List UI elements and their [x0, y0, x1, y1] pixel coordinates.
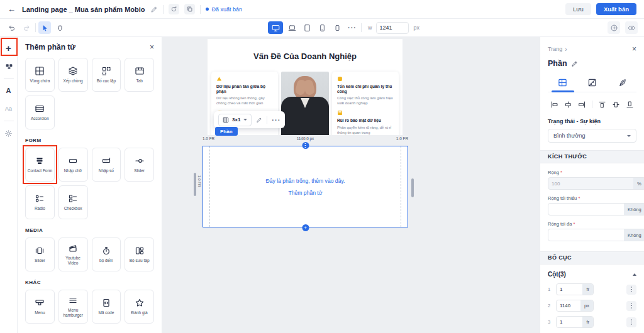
column-menu-button[interactable]	[626, 317, 636, 327]
canvas[interactable]: Vấn Đề Của Doanh Nghiệp Dữ liệu phân tán…	[162, 36, 540, 333]
publish-button[interactable]: Xuất bản	[596, 3, 636, 15]
redo-button[interactable]	[20, 21, 33, 34]
element-card-xep-chong[interactable]: Xếp chồng	[58, 58, 88, 92]
align-top-icon[interactable]	[598, 101, 606, 109]
repeat-icon	[101, 66, 111, 76]
element-card-ma-code[interactable]: Mã code	[92, 290, 121, 324]
close-icon[interactable]: ×	[632, 45, 636, 53]
device-tablet-button[interactable]	[301, 21, 313, 34]
column-size-input[interactable]	[557, 300, 580, 311]
layout-select[interactable]: 3x1	[218, 114, 252, 126]
zoom-button[interactable]	[608, 21, 620, 34]
device-phone-small-button[interactable]	[331, 21, 343, 34]
element-card-checkbox[interactable]: Checkbox	[58, 185, 88, 219]
row-resize-handle-right[interactable]	[411, 178, 414, 197]
device-laptop-button[interactable]	[286, 21, 298, 34]
card-title: Rủi ro bảo mật dữ liệu	[337, 118, 394, 123]
element-card-menu-hamburger[interactable]: Menu hamburger	[58, 290, 88, 324]
column-menu-button[interactable]	[626, 285, 636, 295]
element-card-tab[interactable]: Tab	[125, 58, 154, 92]
device-desktop-button[interactable]	[268, 21, 283, 34]
element-card-accordion[interactable]: Accordion	[25, 96, 55, 129]
canvas-width-input[interactable]	[376, 22, 409, 34]
collapse-icon[interactable]	[633, 273, 636, 276]
section-badge[interactable]: Phần	[215, 127, 238, 136]
breadcrumb[interactable]: Trang	[548, 46, 562, 52]
align-bottom-icon[interactable]	[626, 101, 634, 109]
element-card-bo-cuc-lap[interactable]: Bố cục lặp	[92, 58, 121, 92]
element-card-label: Menu hamburger	[59, 308, 87, 318]
Rộng tối đa-input[interactable]	[548, 229, 624, 241]
column-unit[interactable]: fr	[582, 317, 593, 327]
element-card-nhap-chu[interactable]: Nhập chữ	[58, 148, 88, 182]
column-unit[interactable]: px	[580, 300, 593, 311]
empty-section-selected[interactable]: Đây là phần trống, thêm vào đây. Thêm ph…	[203, 146, 408, 227]
tab-effects[interactable]	[607, 73, 636, 92]
element-card-label: Youtube Video	[59, 256, 87, 266]
align-center-horizontal-icon[interactable]	[564, 101, 572, 109]
field-label: Rộng *	[548, 170, 644, 175]
column-unit[interactable]: fr	[582, 284, 593, 295]
column-row: 1fr	[548, 283, 636, 295]
unit-suffix[interactable]: Không	[624, 229, 644, 241]
element-card-danh-gia[interactable]: Đánh giá	[125, 290, 154, 324]
refresh-button[interactable]	[169, 4, 179, 14]
element-card-label: Accordion	[30, 116, 50, 121]
device-phone-button[interactable]	[316, 21, 328, 34]
close-icon[interactable]: ×	[150, 43, 154, 52]
effects-tab-icon	[618, 78, 626, 87]
element-card-slider-media[interactable]: Slider	[25, 237, 55, 271]
tab-design[interactable]	[577, 73, 607, 92]
element-card-vung-chua[interactable]: Vùng chứa	[25, 58, 55, 92]
element-card-bo-suu-tap[interactable]: Bộ sưu tập	[125, 237, 154, 271]
pan-tool-button[interactable]	[53, 21, 66, 34]
column-size-input[interactable]	[557, 284, 582, 295]
properties-panel: Trang › × Phần Trạng t	[540, 36, 644, 333]
radio-icon	[35, 194, 45, 204]
element-card-contact-form[interactable]: Contact Form	[25, 148, 55, 182]
columns-icon	[223, 117, 229, 123]
add-element-rail-button[interactable]: +	[3, 41, 15, 54]
components-rail-button[interactable]	[3, 60, 15, 72]
add-element-link[interactable]: Thêm phần tử	[288, 190, 322, 196]
element-card-slider-form[interactable]: Slider	[125, 148, 154, 182]
menu-icon	[35, 298, 45, 308]
hand-icon	[56, 24, 64, 31]
settings-rail-button[interactable]	[3, 127, 15, 139]
rename-icon[interactable]	[571, 60, 578, 67]
drag-handle-top[interactable]	[302, 142, 309, 149]
element-card-menu[interactable]: Menu	[25, 290, 55, 324]
element-card-radio[interactable]: Radio	[25, 185, 55, 219]
unit-suffix[interactable]: Không	[624, 204, 644, 215]
edit-title-icon[interactable]	[150, 6, 158, 13]
tab-layout[interactable]	[548, 73, 577, 92]
select-tool-button[interactable]	[38, 21, 51, 34]
duplicate-button[interactable]	[184, 4, 195, 14]
column-size-input[interactable]	[557, 317, 582, 327]
Rộng tối thiểu-input[interactable]	[548, 204, 624, 215]
text-rail-button[interactable]: A	[3, 84, 15, 97]
state-select[interactable]: Bình thường	[548, 129, 636, 143]
element-card-nhap-so[interactable]: Nhập số	[92, 148, 121, 182]
add-section-handle[interactable]: +	[302, 224, 309, 231]
edit-section-icon[interactable]	[256, 117, 262, 123]
preview-button[interactable]	[625, 21, 638, 34]
typography-rail-button[interactable]: Aa	[3, 102, 15, 115]
row-resize-handle-left[interactable]	[194, 173, 196, 196]
more-devices-button[interactable]: ···	[346, 21, 358, 34]
kebab-icon	[631, 322, 632, 323]
element-card-bo-dem[interactable]: bộ đếm	[92, 237, 121, 271]
undo-button[interactable]	[5, 21, 18, 34]
back-arrow-icon[interactable]: ←	[8, 4, 16, 14]
align-center-vertical-icon[interactable]	[612, 101, 620, 109]
unit-suffix[interactable]: %	[633, 178, 644, 189]
align-left-icon[interactable]	[550, 101, 558, 109]
align-right-icon[interactable]	[578, 101, 586, 109]
save-button[interactable]: Lưu	[565, 3, 591, 15]
element-card-youtube-video[interactable]: Youtube Video	[58, 237, 88, 271]
card-body: Công việc thủ công làm giảm hiệu suất do…	[337, 96, 394, 106]
Rộng-input[interactable]	[548, 178, 633, 189]
measure-right: 1.0 FR	[396, 136, 408, 141]
more-options-icon[interactable]: ···	[272, 116, 280, 124]
column-menu-button[interactable]	[626, 301, 636, 311]
